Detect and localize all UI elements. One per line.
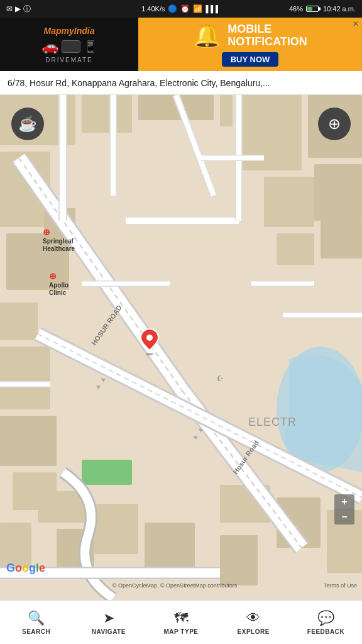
apollo-label: ⊕ Apollo Clinic [49,271,69,297]
svg-point-32 [146,335,153,341]
apollo-cross-icon: ⊕ [49,271,69,282]
pin-shadow [146,353,153,355]
speed-indicator: 1.40K/s [141,5,165,13]
svg-rect-27 [220,95,233,126]
nav-map-type[interactable]: 🗺 MAP TYPE [145,601,217,644]
explore-label: EXPLORE [238,628,270,635]
bell-icon: 🔔 [193,23,221,49]
sub-brand: DRIVEMATE [45,57,93,64]
car-icon: 🚗 [41,38,58,55]
status-bar: ✉ ▶ ⓘ 1.40K/s 🔵 ⏰ 📶 ▌▌▌ 46% 10:42 a.m. [0,0,362,18]
wifi-icon: 📶 [193,4,202,13]
mapmyindia-logo: MapmyIndia 🚗 📱 DRIVEMATE [41,26,97,64]
nav-feedback[interactable]: 💬 FEEDBACK [290,601,362,644]
svg-rect-25 [82,95,132,133]
alarm-icon: ⏰ [180,4,190,13]
map-attribution: © OpenCycleMap, © OpenStreetMap contribu… [38,582,312,589]
feedback-icon: 💬 [317,610,334,626]
status-left-icons: ✉ ▶ ⓘ [6,4,31,14]
map-area[interactable]: ▲ ▲ ▲ ▲ ☪ ☕ ⊕ ⊕ Springleaf Healthcare ⊕ … [0,95,362,600]
ad-brand-section: MapmyIndia 🚗 📱 DRIVEMATE [0,18,138,71]
city-label: ELECTR [248,416,297,429]
zoom-in-button[interactable]: + [334,494,354,509]
springleaf-healthcare-text: Healthcare [43,245,75,253]
pin-svg [140,328,160,352]
ad-title: MOBILENOTIFICATION [228,23,307,48]
map-type-icon: 🗺 [174,610,188,626]
svg-rect-7 [0,416,57,466]
springleaf-text: Springleaf [43,238,75,245]
svg-text:☪: ☪ [217,374,224,383]
bluetooth-icon: 🔵 [168,4,177,13]
info-icon: ⓘ [23,4,31,14]
ad-close-button[interactable]: ✕ [353,19,359,28]
bottom-nav: 🔍 SEARCH ➤ NAVIGATE 🗺 MAP TYPE 👁 EXPLORE… [0,600,362,644]
address-text: 6/78, Hosur Rd, Konappana Agrahara, Elec… [8,78,270,88]
apollo-clinic-text: Apollo [49,282,69,289]
terms-of-use-link[interactable]: Terms of Use [324,582,357,589]
ad-text: MOBILENOTIFICATION [228,23,307,48]
svg-rect-14 [277,233,314,265]
feedback-label: FEEDBACK [307,628,345,635]
time-display: 10:42 a.m. [323,5,356,13]
zoom-out-button[interactable]: − [334,509,354,525]
svg-rect-20 [220,535,258,586]
svg-rect-12 [264,177,314,227]
signal-icon: ▌▌▌ [206,5,220,13]
location-pin [140,328,160,355]
ad-content-section[interactable]: 🔔 MOBILENOTIFICATION BUY NOW ✕ [138,18,362,71]
device-icon [62,40,80,53]
svg-rect-23 [94,504,138,554]
status-right: 46% 10:42 a.m. [289,5,356,13]
coffee-button[interactable]: ☕ [11,108,44,140]
brand-name: MapmyIndia [44,26,95,36]
search-icon: 🔍 [28,610,45,626]
navigate-label: NAVIGATE [92,628,126,635]
springleaf-cross-icon: ⊕ [43,227,75,238]
zoom-controls: + − [334,494,354,525]
apollo-clinic-subtext: Clinic [49,289,69,297]
search-label: SEARCH [22,628,50,635]
locate-button[interactable]: ⊕ [318,108,351,140]
map-type-label: MAP TYPE [164,628,199,635]
buy-now-button[interactable]: BUY NOW [222,52,279,67]
phone-icon: 📱 [84,40,97,53]
mail-icon: ✉ [6,4,13,13]
address-bar[interactable]: 6/78, Hosur Rd, Konappana Agrahara, Elec… [0,71,362,95]
svg-rect-28 [82,460,132,485]
google-logo: Google [6,562,45,575]
ad-main-content: 🔔 MOBILENOTIFICATION [193,23,307,49]
media-icon: ▶ [15,4,21,13]
navigate-icon: ➤ [103,610,114,626]
crosshair-icon: ⊕ [328,115,341,133]
nav-explore[interactable]: 👁 EXPLORE [217,601,290,644]
ad-banner: MapmyIndia 🚗 📱 DRIVEMATE 🔔 MOBILENOTIFIC… [0,18,362,71]
coffee-icon: ☕ [18,115,37,133]
car-icon-area: 🚗 📱 [41,38,97,55]
nav-navigate[interactable]: ➤ NAVIGATE [72,601,145,644]
nav-search[interactable]: 🔍 SEARCH [0,601,72,644]
svg-rect-24 [145,523,195,573]
svg-rect-15 [321,221,362,258]
svg-rect-4 [0,303,38,340]
battery-percent: 46% [289,5,303,13]
battery-icon [306,6,319,12]
springleaf-label: ⊕ Springleaf Healthcare [43,227,75,253]
map-background: ▲ ▲ ▲ ▲ ☪ [0,95,362,600]
svg-rect-6 [0,347,50,409]
explore-icon: 👁 [246,610,260,626]
svg-rect-13 [314,164,362,221]
